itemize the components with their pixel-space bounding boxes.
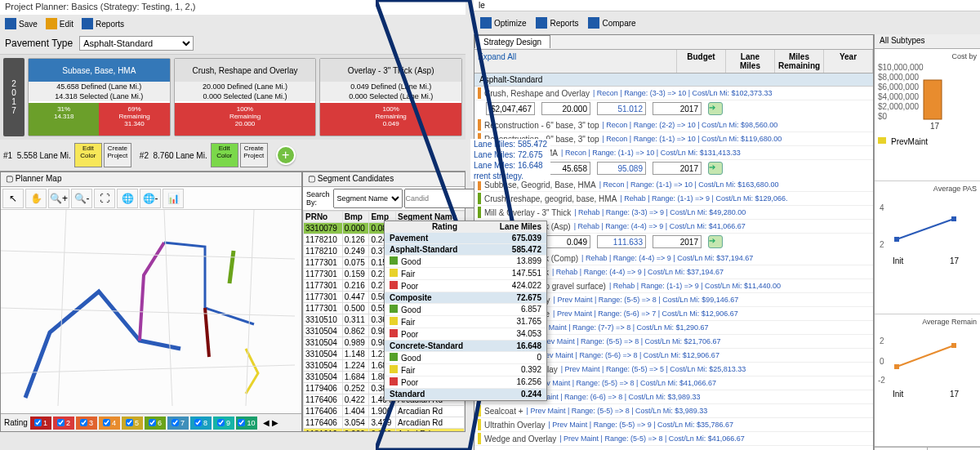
- strategy-row[interactable]: Sealcoat + | Prev Maint | Range: (5-5) =…: [474, 404, 873, 418]
- search-by-select[interactable]: Segment Name: [333, 189, 403, 208]
- save-icon: [5, 18, 16, 29]
- year-column: 2017: [3, 58, 24, 136]
- rating-8[interactable]: 8: [190, 417, 212, 430]
- svg-rect-6: [924, 80, 942, 119]
- svg-text:2: 2: [880, 336, 884, 345]
- strategy-row[interactable]: Reconstruction - 6" base, 3" top | Recon…: [474, 118, 873, 132]
- svg-text:17: 17: [950, 256, 960, 265]
- strategy-row[interactable]: Mill & Overlay - 3" Thick | Rehab | Rang…: [474, 206, 873, 220]
- reports-button[interactable]: Reports: [82, 18, 124, 29]
- segment-row[interactable]: 11816160.0000.230Askel Rd: [304, 429, 465, 432]
- strategy-input[interactable]: [597, 162, 646, 175]
- rating-7[interactable]: 7: [167, 417, 189, 430]
- strategy-design-tab[interactable]: Strategy Design: [474, 35, 550, 48]
- pavement-summary-popup: RatingLane MilesPavement675.039Asphalt-S…: [384, 221, 547, 401]
- create-project-button[interactable]: Create Project: [104, 143, 131, 167]
- svg-rect-11: [894, 237, 899, 242]
- pavement-type-select[interactable]: Asphalt-Standard: [79, 36, 194, 51]
- rating-1[interactable]: 1: [30, 417, 51, 430]
- rating-9[interactable]: 9: [213, 417, 234, 430]
- add-button[interactable]: +: [276, 145, 296, 165]
- create-project-button[interactable]: Create Project: [240, 143, 268, 167]
- strategy-input[interactable]: [486, 102, 535, 115]
- pavement-type-label: Pavement Type: [5, 38, 73, 49]
- expand-all-button[interactable]: Expand All: [474, 50, 677, 73]
- strategy-input[interactable]: [541, 102, 590, 115]
- segments-tab[interactable]: ▢ Segment Candidates: [303, 172, 465, 187]
- map-canvas[interactable]: [1, 210, 301, 413]
- save-button[interactable]: Save: [5, 18, 38, 29]
- zoom-box-icon[interactable]: ⛶: [94, 189, 115, 208]
- rating-3[interactable]: 3: [76, 417, 97, 430]
- rating-5[interactable]: 5: [122, 417, 143, 430]
- hand-icon[interactable]: ✋: [25, 189, 47, 208]
- svg-text:17: 17: [950, 390, 960, 399]
- strategy-input[interactable]: [597, 102, 646, 115]
- zoom-in-icon[interactable]: 🔍+: [48, 189, 69, 208]
- chart1-title: Cost by: [876, 51, 978, 62]
- strategy-row[interactable]: Crush, Reshape and Overlay | Recon | Ran…: [474, 87, 873, 100]
- svg-text:17: 17: [930, 122, 940, 131]
- strategy-input[interactable]: [653, 162, 702, 175]
- strategy-input[interactable]: [597, 235, 646, 248]
- svg-text:2: 2: [880, 240, 884, 249]
- rating-2[interactable]: 2: [53, 417, 74, 430]
- zoom-out-icon[interactable]: 🔍-: [71, 189, 92, 208]
- edit-button[interactable]: Edit: [46, 18, 74, 29]
- arrow-icon[interactable]: ↖: [2, 189, 24, 208]
- reports-icon: [82, 18, 93, 29]
- card-title: Subase, Base, HMA: [29, 59, 170, 82]
- segment-row[interactable]: 11764061.4041.906Arcadian Rd: [304, 406, 465, 417]
- layers-icon[interactable]: 📊: [163, 189, 184, 208]
- strategy-card[interactable]: Overlay - 3" Thick (Asp)0.049 Defined (L…: [319, 58, 462, 136]
- svg-text:-2: -2: [878, 376, 885, 385]
- globe-minus-icon[interactable]: 🌐-: [140, 189, 161, 208]
- strategy-card[interactable]: Subase, Base, HMA45.658 Defined (Lane Mi…: [28, 58, 171, 136]
- svg-rect-12: [951, 216, 956, 221]
- segment-row[interactable]: 11764063.0543.429Arcadian Rd: [304, 417, 465, 429]
- rating-nav-prev[interactable]: ◀: [263, 418, 270, 427]
- edit-color-button[interactable]: Edit Color: [211, 143, 238, 167]
- svg-text:$8,000,000: $8,000,000: [878, 73, 919, 82]
- edit-color-button[interactable]: Edit Color: [74, 143, 102, 167]
- rating-6[interactable]: 6: [145, 417, 166, 430]
- apply-button[interactable]: ➔: [708, 102, 723, 115]
- svg-rect-19: [951, 343, 956, 348]
- svg-text:Init: Init: [893, 390, 904, 399]
- strategy-input[interactable]: [541, 235, 590, 248]
- edit-icon: [46, 18, 57, 29]
- svg-text:$4,000,000: $4,000,000: [878, 92, 919, 101]
- apply-button[interactable]: ➔: [708, 162, 723, 175]
- rating-4[interactable]: 4: [99, 417, 120, 430]
- svg-text:$0: $0: [878, 112, 888, 121]
- rating-nav-next[interactable]: ▶: [272, 418, 278, 427]
- apply-button[interactable]: ➔: [708, 235, 723, 248]
- svg-text:$10,000,000: $10,000,000: [878, 63, 924, 72]
- strategy-input[interactable]: [653, 102, 702, 115]
- search-by-label: Search By:: [305, 189, 332, 208]
- menu-le[interactable]: le: [479, 1, 485, 10]
- optimize-button[interactable]: Optimize: [480, 17, 526, 29]
- globe-icon[interactable]: 🌐: [117, 189, 138, 208]
- cost-bar-chart: $10,000,000$8,000,000$6,000,000$4,000,00…: [876, 62, 978, 136]
- window-title: Project Planner: Basics (Strategy: Testi…: [0, 0, 466, 15]
- rating-10[interactable]: 10: [236, 417, 257, 430]
- avg-remain-chart: 20-2Init17: [876, 327, 978, 401]
- strategy-input[interactable]: [653, 235, 702, 248]
- chart2-title: Average PAS: [876, 183, 978, 194]
- all-subtypes-header[interactable]: All Subtypes: [875, 34, 980, 49]
- rating-label: Rating: [4, 418, 28, 427]
- strategy-row[interactable]: Crush, reshape, geogrid, base, HMA | Reh…: [474, 192, 873, 206]
- strategy-row[interactable]: Ultrathin Overlay | Prev Maint | Range: …: [474, 418, 873, 432]
- svg-text:4: 4: [880, 203, 884, 212]
- strategy-card[interactable]: Crush, Reshape and Overlay20.000 Defined…: [174, 58, 317, 136]
- avg-pas-chart: 42Init17: [876, 194, 978, 268]
- chart3-title: Average Remain: [876, 316, 978, 327]
- map-tab[interactable]: ▢ Planner Map: [1, 172, 301, 187]
- compare-button[interactable]: Compare: [588, 17, 635, 29]
- reports-button[interactable]: Reports: [536, 17, 578, 29]
- strategy-category[interactable]: Asphalt-Standard: [474, 74, 873, 87]
- svg-text:$2,000,000: $2,000,000: [878, 102, 919, 111]
- svg-text:0: 0: [880, 357, 884, 366]
- strategy-row[interactable]: Wedge and Overlay | Prev Maint | Range: …: [474, 432, 873, 446]
